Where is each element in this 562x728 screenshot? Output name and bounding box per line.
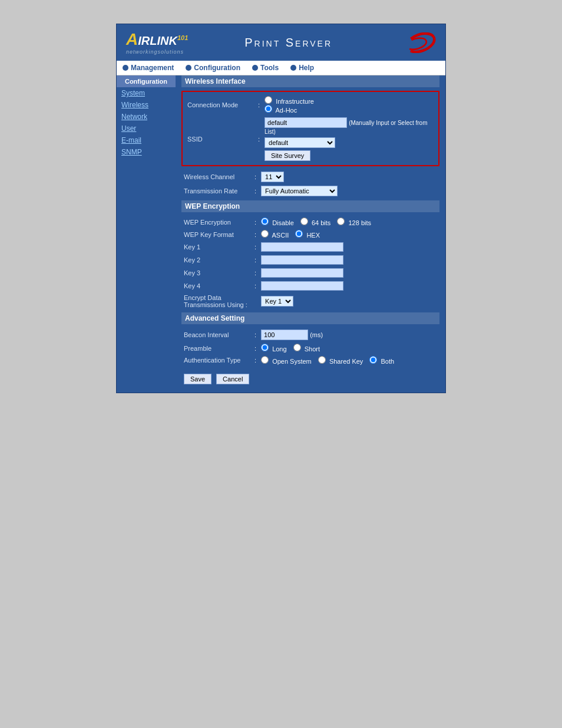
wep-disable-radio[interactable]: [261, 218, 269, 225]
wep-encryption-label: WEP Encryption: [181, 216, 252, 228]
transmission-rate-select[interactable]: Fully Automatic 1 Mbps 2 Mbps 5.5 Mbps 1…: [261, 186, 338, 196]
sidebar-item-wireless[interactable]: Wireless: [117, 99, 176, 111]
advanced-table: Beacon Interval : (ms) Preamble : Long S…: [181, 328, 439, 367]
logo-irlink: IRLINK: [138, 34, 177, 47]
wep-encryption-header: WEP Encryption: [181, 200, 439, 212]
connection-mode-label: Connection Mode: [185, 94, 256, 116]
wep-ascii-radio[interactable]: [261, 230, 269, 238]
page-title: Print Server: [188, 36, 389, 50]
wireless-channel-label: Wireless Channel: [181, 170, 252, 184]
wireless-interface-header: Wireless Interface: [181, 75, 439, 87]
nav-configuration[interactable]: Configuration: [186, 64, 240, 72]
connection-mode-row: Connection Mode : Infrastructure Ad-Hoc: [185, 94, 436, 116]
preamble-short-radio[interactable]: [293, 344, 301, 351]
nav-dot-help: [290, 65, 296, 71]
wep-128bits-label: 128 bits: [348, 219, 371, 226]
auth-shared-label: Shared Key: [329, 358, 363, 365]
key3-input[interactable]: [261, 268, 343, 278]
sidebar-header: Configuration: [117, 75, 176, 87]
nav-dot-configuration: [186, 65, 191, 71]
logo-text: AIRLINK101: [126, 30, 188, 49]
ssid-dropdown[interactable]: default: [265, 137, 335, 148]
wep-ascii-label: ASCII: [272, 232, 289, 239]
key1-input[interactable]: [261, 242, 343, 252]
wireless-channel-select[interactable]: 11 1 2 3 6: [261, 172, 284, 182]
sidebar-item-email[interactable]: E-mail: [117, 134, 176, 146]
preamble-long-radio[interactable]: [261, 344, 269, 351]
key4-row: Key 4 :: [181, 279, 439, 292]
auth-open-radio[interactable]: [261, 356, 269, 364]
preamble-long-label: Long: [272, 345, 286, 353]
wep-key-format-row: WEP Key Format : ASCII HEX: [181, 228, 439, 241]
site-survey-button[interactable]: Site Survey: [265, 150, 310, 161]
channel-rate-table: Wireless Channel : 11 1 2 3 6 Transmissi…: [181, 170, 439, 198]
save-button[interactable]: Save: [184, 374, 211, 384]
brand-swoosh: [389, 31, 436, 54]
sidebar: Configuration System Wireless Network Us…: [117, 75, 176, 393]
sidebar-item-system[interactable]: System: [117, 87, 176, 99]
sidebar-item-user[interactable]: User: [117, 123, 176, 134]
key3-row: Key 3 :: [181, 266, 439, 279]
key3-label: Key 3: [181, 266, 252, 279]
key2-label: Key 2: [181, 253, 252, 266]
ssid-input[interactable]: [265, 117, 347, 128]
beacon-unit: (ms): [310, 331, 323, 338]
key2-row: Key 2 :: [181, 253, 439, 266]
beacon-interval-input[interactable]: [261, 330, 308, 340]
main-area: Configuration System Wireless Network Us…: [117, 75, 445, 393]
nav-management-label: Management: [131, 64, 174, 72]
swoosh-icon: [395, 32, 436, 53]
key4-input[interactable]: [261, 281, 343, 291]
key2-input[interactable]: [261, 255, 343, 265]
encrypt-using-select[interactable]: Key 1 Key 2 Key 3 Key 4: [261, 296, 293, 307]
wep-table: WEP Encryption : Disable 64 bits 128 bit…: [181, 216, 439, 310]
nav-tools[interactable]: Tools: [252, 64, 279, 72]
red-border-section: Connection Mode : Infrastructure Ad-Hoc: [181, 91, 439, 166]
wep-64bits-radio[interactable]: [300, 218, 308, 225]
logo-subtitle: networkingsolutions: [126, 49, 184, 55]
encrypt-using-label: Encrypt Data Transmissions Using :: [181, 292, 259, 310]
infrastructure-radio[interactable]: [265, 96, 272, 104]
auth-type-row: Authentication Type : Open System Shared…: [181, 354, 439, 367]
auth-both-radio[interactable]: [369, 356, 377, 364]
cancel-button[interactable]: Cancel: [216, 374, 249, 384]
auth-open-label: Open System: [272, 358, 312, 365]
wep-disable-label: Disable: [272, 219, 294, 226]
key1-label: Key 1: [181, 241, 252, 253]
transmission-rate-row: Transmission Rate : Fully Automatic 1 Mb…: [181, 184, 439, 198]
nav-configuration-label: Configuration: [194, 64, 240, 72]
infrastructure-option: Infrastructure: [265, 96, 434, 105]
bottom-buttons: Save Cancel: [181, 371, 439, 387]
transmission-rate-label: Transmission Rate: [181, 184, 252, 198]
logo-area: AIRLINK101 networkingsolutions: [126, 30, 188, 55]
preamble-label: Preamble: [181, 342, 252, 354]
nav-tools-label: Tools: [260, 64, 279, 72]
navbar: Management Configuration Tools Help: [117, 61, 445, 75]
header-title: Print Server: [188, 36, 389, 50]
preamble-row: Preamble : Long Short: [181, 342, 439, 354]
adhoc-label: Ad-Hoc: [276, 107, 297, 114]
adhoc-option: Ad-Hoc: [265, 105, 434, 114]
beacon-interval-row: Beacon Interval : (ms): [181, 328, 439, 342]
auth-type-label: Authentication Type: [181, 354, 252, 367]
wep-key-format-label: WEP Key Format: [181, 228, 252, 241]
nav-help-label: Help: [299, 64, 314, 72]
content: Wireless Interface Connection Mode : Inf…: [176, 75, 445, 393]
sidebar-item-snmp[interactable]: SNMP: [117, 146, 176, 158]
auth-shared-radio[interactable]: [318, 356, 326, 364]
nav-help[interactable]: Help: [290, 64, 314, 72]
key4-label: Key 4: [181, 279, 252, 292]
ssid-row: SSID : (Manually Input or Select from Li…: [185, 116, 436, 163]
wep-hex-radio[interactable]: [295, 230, 303, 238]
adhoc-radio[interactable]: [265, 105, 272, 113]
nav-management[interactable]: Management: [123, 64, 174, 72]
wep-64bits-label: 64 bits: [312, 219, 330, 226]
key1-row: Key 1 :: [181, 241, 439, 253]
beacon-interval-label: Beacon Interval: [181, 328, 252, 342]
wep-encryption-row: WEP Encryption : Disable 64 bits 128 bit…: [181, 216, 439, 228]
logo-A: A: [126, 30, 138, 48]
svg-point-0: [404, 32, 436, 53]
wep-128bits-radio[interactable]: [337, 218, 345, 225]
sidebar-item-network[interactable]: Network: [117, 111, 176, 123]
connection-mode-table: Connection Mode : Infrastructure Ad-Hoc: [185, 94, 436, 163]
